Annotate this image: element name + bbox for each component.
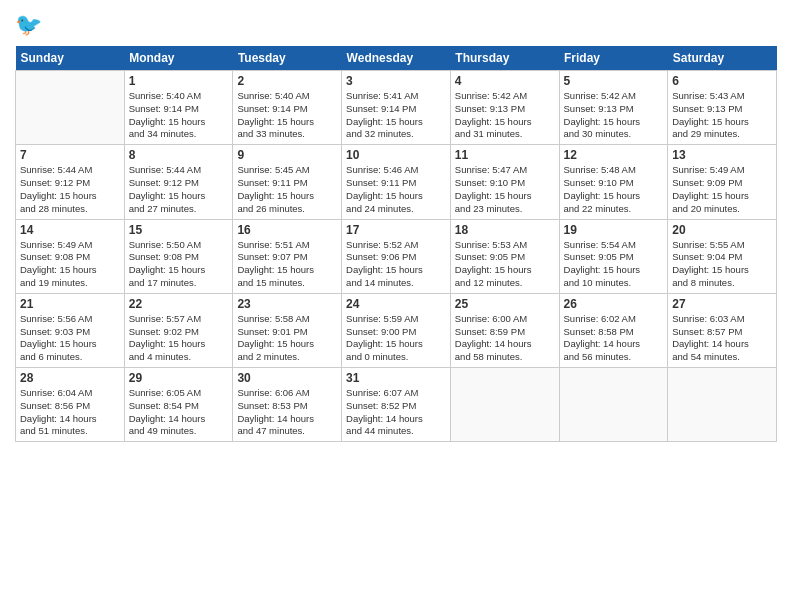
day-info: Sunrise: 6:04 AM Sunset: 8:56 PM Dayligh…: [20, 387, 120, 438]
header-wednesday: Wednesday: [342, 46, 451, 71]
calendar-cell: 27Sunrise: 6:03 AM Sunset: 8:57 PM Dayli…: [668, 293, 777, 367]
calendar-cell: 29Sunrise: 6:05 AM Sunset: 8:54 PM Dayli…: [124, 368, 233, 442]
calendar-header-row: SundayMondayTuesdayWednesdayThursdayFrid…: [16, 46, 777, 71]
day-info: Sunrise: 5:43 AM Sunset: 9:13 PM Dayligh…: [672, 90, 772, 141]
day-number: 26: [564, 297, 664, 311]
svg-text:🐦: 🐦: [15, 11, 43, 38]
calendar-row-4: 21Sunrise: 5:56 AM Sunset: 9:03 PM Dayli…: [16, 293, 777, 367]
calendar-cell: 7Sunrise: 5:44 AM Sunset: 9:12 PM Daylig…: [16, 145, 125, 219]
calendar-cell: 3Sunrise: 5:41 AM Sunset: 9:14 PM Daylig…: [342, 71, 451, 145]
calendar-cell: 31Sunrise: 6:07 AM Sunset: 8:52 PM Dayli…: [342, 368, 451, 442]
calendar-cell: 28Sunrise: 6:04 AM Sunset: 8:56 PM Dayli…: [16, 368, 125, 442]
day-info: Sunrise: 5:40 AM Sunset: 9:14 PM Dayligh…: [237, 90, 337, 141]
day-number: 25: [455, 297, 555, 311]
day-number: 15: [129, 223, 229, 237]
day-number: 10: [346, 148, 446, 162]
day-number: 31: [346, 371, 446, 385]
calendar-cell: 5Sunrise: 5:42 AM Sunset: 9:13 PM Daylig…: [559, 71, 668, 145]
calendar-cell: [450, 368, 559, 442]
day-info: Sunrise: 6:05 AM Sunset: 8:54 PM Dayligh…: [129, 387, 229, 438]
calendar-cell: 19Sunrise: 5:54 AM Sunset: 9:05 PM Dayli…: [559, 219, 668, 293]
calendar-cell: 1Sunrise: 5:40 AM Sunset: 9:14 PM Daylig…: [124, 71, 233, 145]
day-info: Sunrise: 5:46 AM Sunset: 9:11 PM Dayligh…: [346, 164, 446, 215]
day-info: Sunrise: 5:51 AM Sunset: 9:07 PM Dayligh…: [237, 239, 337, 290]
day-number: 9: [237, 148, 337, 162]
calendar-cell: 25Sunrise: 6:00 AM Sunset: 8:59 PM Dayli…: [450, 293, 559, 367]
day-number: 28: [20, 371, 120, 385]
calendar-row-5: 28Sunrise: 6:04 AM Sunset: 8:56 PM Dayli…: [16, 368, 777, 442]
day-info: Sunrise: 5:56 AM Sunset: 9:03 PM Dayligh…: [20, 313, 120, 364]
calendar-cell: 17Sunrise: 5:52 AM Sunset: 9:06 PM Dayli…: [342, 219, 451, 293]
day-number: 24: [346, 297, 446, 311]
day-info: Sunrise: 5:49 AM Sunset: 9:09 PM Dayligh…: [672, 164, 772, 215]
day-info: Sunrise: 5:49 AM Sunset: 9:08 PM Dayligh…: [20, 239, 120, 290]
calendar-page: 🐦 SundayMondayTuesdayWednesdayThursdayFr…: [0, 0, 792, 612]
day-number: 17: [346, 223, 446, 237]
day-number: 3: [346, 74, 446, 88]
day-number: 11: [455, 148, 555, 162]
header-tuesday: Tuesday: [233, 46, 342, 71]
header-sunday: Sunday: [16, 46, 125, 71]
day-info: Sunrise: 5:40 AM Sunset: 9:14 PM Dayligh…: [129, 90, 229, 141]
logo-icon: 🐦: [15, 10, 47, 38]
header: 🐦: [15, 10, 777, 38]
day-info: Sunrise: 5:41 AM Sunset: 9:14 PM Dayligh…: [346, 90, 446, 141]
calendar-cell: 13Sunrise: 5:49 AM Sunset: 9:09 PM Dayli…: [668, 145, 777, 219]
day-number: 4: [455, 74, 555, 88]
day-info: Sunrise: 5:44 AM Sunset: 9:12 PM Dayligh…: [129, 164, 229, 215]
day-info: Sunrise: 5:52 AM Sunset: 9:06 PM Dayligh…: [346, 239, 446, 290]
logo: 🐦: [15, 10, 49, 38]
calendar-cell: [16, 71, 125, 145]
day-info: Sunrise: 6:00 AM Sunset: 8:59 PM Dayligh…: [455, 313, 555, 364]
calendar-cell: 8Sunrise: 5:44 AM Sunset: 9:12 PM Daylig…: [124, 145, 233, 219]
day-info: Sunrise: 6:07 AM Sunset: 8:52 PM Dayligh…: [346, 387, 446, 438]
calendar-cell: 30Sunrise: 6:06 AM Sunset: 8:53 PM Dayli…: [233, 368, 342, 442]
day-number: 6: [672, 74, 772, 88]
day-info: Sunrise: 5:47 AM Sunset: 9:10 PM Dayligh…: [455, 164, 555, 215]
calendar-cell: 6Sunrise: 5:43 AM Sunset: 9:13 PM Daylig…: [668, 71, 777, 145]
day-info: Sunrise: 5:59 AM Sunset: 9:00 PM Dayligh…: [346, 313, 446, 364]
day-number: 12: [564, 148, 664, 162]
calendar-row-2: 7Sunrise: 5:44 AM Sunset: 9:12 PM Daylig…: [16, 145, 777, 219]
calendar-cell: 10Sunrise: 5:46 AM Sunset: 9:11 PM Dayli…: [342, 145, 451, 219]
day-info: Sunrise: 5:58 AM Sunset: 9:01 PM Dayligh…: [237, 313, 337, 364]
calendar-cell: 12Sunrise: 5:48 AM Sunset: 9:10 PM Dayli…: [559, 145, 668, 219]
calendar-cell: 14Sunrise: 5:49 AM Sunset: 9:08 PM Dayli…: [16, 219, 125, 293]
calendar-cell: 24Sunrise: 5:59 AM Sunset: 9:00 PM Dayli…: [342, 293, 451, 367]
day-number: 14: [20, 223, 120, 237]
calendar-cell: 2Sunrise: 5:40 AM Sunset: 9:14 PM Daylig…: [233, 71, 342, 145]
day-info: Sunrise: 5:42 AM Sunset: 9:13 PM Dayligh…: [564, 90, 664, 141]
day-info: Sunrise: 5:55 AM Sunset: 9:04 PM Dayligh…: [672, 239, 772, 290]
calendar-cell: 4Sunrise: 5:42 AM Sunset: 9:13 PM Daylig…: [450, 71, 559, 145]
day-number: 20: [672, 223, 772, 237]
day-info: Sunrise: 6:06 AM Sunset: 8:53 PM Dayligh…: [237, 387, 337, 438]
calendar-cell: 16Sunrise: 5:51 AM Sunset: 9:07 PM Dayli…: [233, 219, 342, 293]
day-number: 23: [237, 297, 337, 311]
day-info: Sunrise: 5:53 AM Sunset: 9:05 PM Dayligh…: [455, 239, 555, 290]
day-number: 1: [129, 74, 229, 88]
day-number: 21: [20, 297, 120, 311]
day-number: 29: [129, 371, 229, 385]
calendar-cell: 20Sunrise: 5:55 AM Sunset: 9:04 PM Dayli…: [668, 219, 777, 293]
day-number: 7: [20, 148, 120, 162]
calendar-cell: [559, 368, 668, 442]
calendar-cell: [668, 368, 777, 442]
day-info: Sunrise: 5:44 AM Sunset: 9:12 PM Dayligh…: [20, 164, 120, 215]
day-number: 8: [129, 148, 229, 162]
day-number: 27: [672, 297, 772, 311]
calendar-cell: 11Sunrise: 5:47 AM Sunset: 9:10 PM Dayli…: [450, 145, 559, 219]
calendar-row-3: 14Sunrise: 5:49 AM Sunset: 9:08 PM Dayli…: [16, 219, 777, 293]
day-info: Sunrise: 5:48 AM Sunset: 9:10 PM Dayligh…: [564, 164, 664, 215]
day-info: Sunrise: 6:03 AM Sunset: 8:57 PM Dayligh…: [672, 313, 772, 364]
day-info: Sunrise: 5:57 AM Sunset: 9:02 PM Dayligh…: [129, 313, 229, 364]
calendar-cell: 18Sunrise: 5:53 AM Sunset: 9:05 PM Dayli…: [450, 219, 559, 293]
calendar-row-1: 1Sunrise: 5:40 AM Sunset: 9:14 PM Daylig…: [16, 71, 777, 145]
day-number: 2: [237, 74, 337, 88]
day-info: Sunrise: 5:54 AM Sunset: 9:05 PM Dayligh…: [564, 239, 664, 290]
header-monday: Monday: [124, 46, 233, 71]
day-info: Sunrise: 5:42 AM Sunset: 9:13 PM Dayligh…: [455, 90, 555, 141]
day-number: 18: [455, 223, 555, 237]
header-friday: Friday: [559, 46, 668, 71]
day-number: 5: [564, 74, 664, 88]
day-info: Sunrise: 6:02 AM Sunset: 8:58 PM Dayligh…: [564, 313, 664, 364]
